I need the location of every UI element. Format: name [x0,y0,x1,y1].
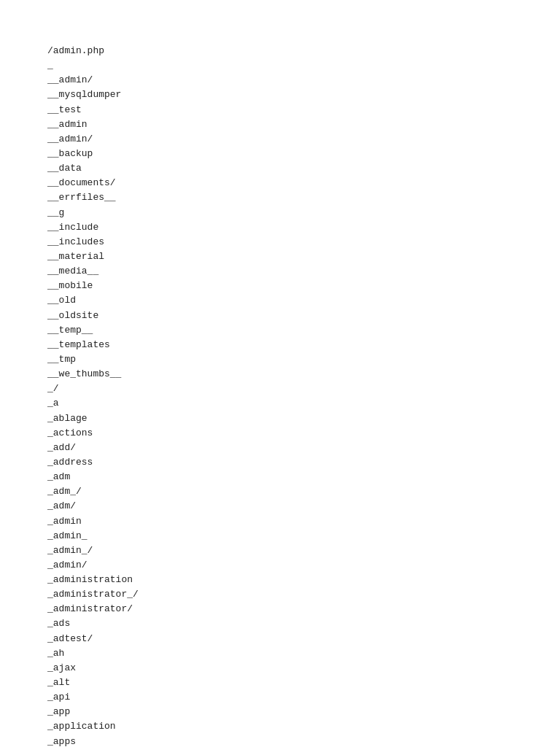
list-item: __templates [47,338,560,352]
list-item: _address [47,455,560,470]
list-item: __data [47,161,560,176]
list-item: _alt [47,676,560,690]
list-item: __temp__ [47,323,560,338]
list-item: _admin_/ [47,543,560,558]
list-item: _adm_/ [47,484,560,499]
list-item: __g [47,206,560,220]
list-item: __media__ [47,264,560,279]
list-item: _ablage [47,411,560,426]
list-item: _add/ [47,441,560,455]
list-item: __admin/ [47,73,560,88]
list-item: _admin_ [47,529,560,543]
list-item: _app [47,705,560,719]
list-item: _admin/ [47,558,560,573]
list-item: __documents/ [47,176,560,190]
list-item: _actions [47,426,560,441]
list-item: __old [47,293,560,308]
list-item: __mobile [47,279,560,293]
list-item: _apps [47,735,560,747]
list-item: __oldsite [47,309,560,323]
list-item: __mysqldumper [47,88,560,102]
list-item: __backup [47,147,560,161]
list-item: __test [47,103,560,117]
list-item: __admin [47,117,560,132]
list-item: /admin.php [47,44,560,58]
list-item: __include [47,220,560,235]
list-item: _administration [47,573,560,587]
list-item: _/ [47,382,560,396]
list-item: _ [47,58,560,73]
list-item: _adm/ [47,499,560,514]
list-item: _ads [47,616,560,631]
list-item: __material [47,249,560,264]
file-list: /admin.php___admin/__mysqldumper__test__… [47,44,560,747]
list-item: __errfiles__ [47,190,560,205]
list-item: __tmp [47,352,560,367]
list-item: __we_thumbs__ [47,367,560,382]
list-item: _administrator_/ [47,587,560,602]
list-item: __includes [47,235,560,249]
list-item: _ah [47,646,560,661]
list-item: _administrator/ [47,602,560,616]
list-item: __admin/ [47,132,560,147]
list-item: _admin [47,514,560,529]
list-item: _ajax [47,661,560,676]
list-item: _a [47,396,560,411]
list-item: _api [47,690,560,705]
list-item: _application [47,719,560,734]
list-item: _adm [47,470,560,484]
list-item: _adtest/ [47,632,560,646]
